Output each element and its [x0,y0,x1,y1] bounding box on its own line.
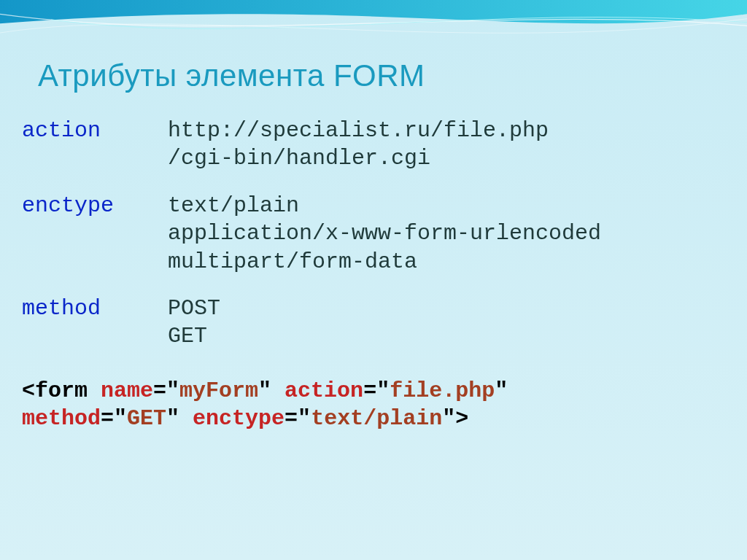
attr-value: application/x-www-form-urlencoded [168,219,601,247]
content-block: action http://specialist.ru/file.php /cg… [22,117,601,433]
code-token: " [495,378,508,403]
code-token: "> [442,406,468,431]
code-line-2: method="GET" enctype="text/plain"> [22,405,601,432]
code-token: text/plain [311,406,442,431]
code-example: <form name="myForm" action="file.php" me… [22,377,601,433]
attr-name-method: method [22,295,168,351]
attr-row-enctype: enctype text/plain application/x-www-for… [22,192,601,276]
attr-value: multipart/form-data [168,248,601,276]
code-token: name [101,378,153,403]
spacer [22,276,601,295]
attr-value: GET [168,322,220,350]
code-token: GET [127,406,166,431]
slide-title: Атрибуты элемента FORM [38,58,425,93]
spacer [22,173,601,192]
code-token: action [285,378,363,403]
code-token: =" [153,378,179,403]
code-token: myForm [179,378,258,403]
attr-values-action: http://specialist.ru/file.php /cgi-bin/h… [168,117,549,173]
code-token: =" [363,378,390,403]
code-token: enctype [193,406,285,431]
attr-row-action: action http://specialist.ru/file.php /cg… [22,117,601,173]
attr-values-method: POST GET [168,295,220,351]
code-token: file.php [390,378,495,403]
code-token: <form [22,378,101,403]
spacer [22,351,601,377]
attr-row-method: method POST GET [22,295,601,351]
code-token: =" [285,406,311,431]
code-token: =" [101,406,127,431]
attr-value: text/plain [168,192,601,219]
code-line-1: <form name="myForm" action="file.php" [22,377,601,405]
attr-name-action: action [22,117,168,173]
code-token: " [258,378,285,403]
slide: Атрибуты элемента FORM action http://spe… [0,0,747,560]
attr-value: POST [168,295,220,322]
attr-value: http://specialist.ru/file.php [168,117,549,144]
wave-decoration [0,0,747,66]
attr-values-enctype: text/plain application/x-www-form-urlenc… [168,192,601,276]
code-token: " [166,406,193,431]
code-token: method [22,406,101,431]
attr-value: /cgi-bin/handler.cgi [168,144,549,172]
attr-name-enctype: enctype [22,192,168,276]
